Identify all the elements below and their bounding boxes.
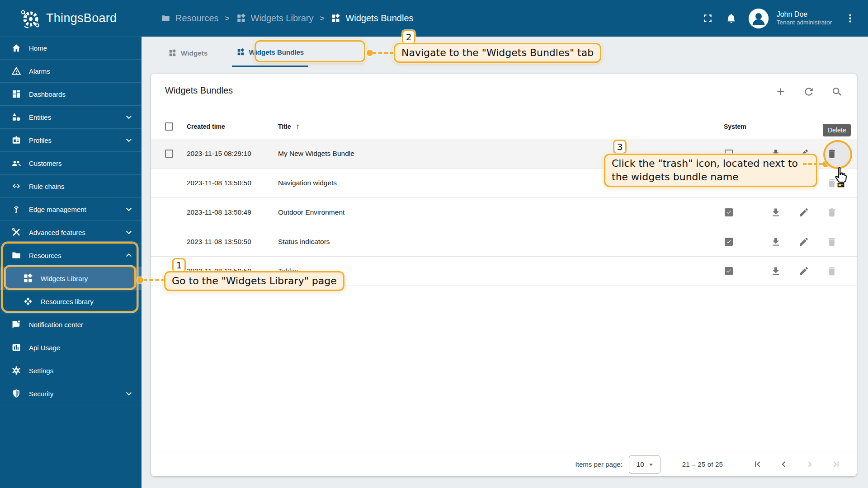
table-row[interactable]: 2023-11-08 13:50:50Status indicators [151,227,857,257]
row-action-cell [818,232,846,252]
pagination-range: 21 – 25 of 25 [682,460,723,468]
widgets-icon [168,49,177,57]
breadcrumb-label: Widgets Bundles [345,13,413,23]
kebab-icon [844,13,856,24]
sidebar-item-security[interactable]: Security [0,382,142,405]
customers-icon [11,158,22,169]
caret-down-icon [646,460,656,469]
chevron-down-icon [123,227,134,238]
sidebar-item-settings[interactable]: Settings [0,359,142,382]
row-system-cell [721,238,762,246]
previous-page-button[interactable] [774,455,793,474]
add-button[interactable] [771,82,791,102]
sidebar-item-label: Profiles [29,136,52,144]
sidebar-item-api-usage[interactable]: Api Usage [0,336,142,359]
table-footer: Items per page: 10 21 – 25 of 25 [151,452,857,476]
sidebar-item-label: Notification center [29,321,83,328]
annotation-step-text-3: Click the "trash" icon, located next to … [604,154,817,187]
refresh-button[interactable] [799,82,819,102]
sort-ascending-icon [294,123,302,131]
sidebar-item-entities[interactable]: Entities [0,106,142,129]
row-action-cell [790,202,818,222]
breadcrumb-label: Resources [175,13,219,23]
sidebar-item-profiles[interactable]: Profiles [0,129,142,152]
thingsboard-logo-icon [20,8,41,29]
breadcrumb-item-widgets-bundles[interactable]: Widgets Bundles [330,13,413,23]
app-title: ThingsBoard [46,11,117,25]
select-all-checkbox[interactable] [165,122,173,131]
annotation-step-text-2: Navigate to the "Widgets Bundles" tab [394,43,601,63]
export-bundle-button[interactable] [766,232,786,252]
more-menu-button[interactable] [840,9,860,28]
export-bundle-button[interactable] [766,261,786,281]
check-icon [726,268,732,274]
avatar[interactable] [749,9,769,28]
sidebar-item-label: Entities [29,113,51,121]
items-per-page-label: Items per page: [576,460,623,468]
edit-bundle-button[interactable] [794,202,814,222]
row-checkbox[interactable] [165,150,173,158]
widgets-icon [330,13,341,23]
row-action-cell [790,261,818,281]
cursor-pointer-icon [832,166,850,191]
row-created-time: 2023-11-08 13:50:50 [182,179,272,187]
sidebar-item-label: Dashboards [29,90,66,98]
annotation-circle-trash [823,140,852,169]
edit-pencil-icon [798,236,809,247]
column-header-title[interactable]: Title [272,123,721,131]
download-icon [770,207,781,218]
row-action-cell [762,202,790,222]
logo[interactable]: ThingsBoard [0,0,142,37]
annotation-step-text-1: Go to the "Widgets Library" page [164,271,344,291]
sidebar-item-label: Alarms [29,67,50,75]
items-per-page-select[interactable]: 10 [629,455,660,474]
sidebar-item-notification-center[interactable]: Notification center [0,313,142,336]
chevron-down-icon [123,204,134,215]
sidebar-item-advanced-features[interactable]: Advanced features [0,221,142,244]
last-page-button [826,455,846,474]
sidebar-item-label: Rule chains [29,183,64,190]
tab-widgets[interactable]: Widgets [164,39,212,67]
edit-bundle-button[interactable] [794,261,814,281]
row-system-cell [721,267,762,275]
check-icon [726,239,732,245]
sidebar-item-customers[interactable]: Customers [0,152,142,175]
sidebar-item-alarms[interactable]: Alarms [0,60,142,83]
rule-chains-icon [11,181,22,192]
delete-tooltip: Delete [823,124,851,136]
sidebar-item-dashboards[interactable]: Dashboards [0,83,142,106]
row-title: Outdoor Environment [272,208,721,216]
avatar-person-icon [749,9,769,28]
user-role: Tenant administrator [777,19,832,27]
edit-bundle-button[interactable] [794,232,814,252]
system-checkbox [725,238,733,246]
row-system-cell [721,208,762,216]
breadcrumb-item-resources[interactable]: Resources [160,13,219,23]
breadcrumb-item-widgets-library[interactable]: Widgets Library [236,13,314,23]
annotation-connector-3 [803,163,823,165]
bell-icon [726,13,737,24]
sidebar-item-rule-chains[interactable]: Rule chains [0,175,142,198]
settings-icon [11,365,22,376]
user-name: John Doe [777,10,832,19]
annotation-connector-1 [143,279,165,281]
breadcrumb-separator: > [320,14,324,23]
column-header-system: System [721,123,762,130]
fullscreen-button[interactable] [698,9,718,28]
notifications-button[interactable] [722,9,741,28]
delete-bundle-button [822,232,842,252]
first-page-button[interactable] [747,455,767,474]
sidebar-item-edge-management[interactable]: Edge management [0,198,142,221]
table-row[interactable]: 2023-11-08 13:50:49Outdoor Environment [151,198,857,227]
chevron-down-icon [123,388,134,399]
export-bundle-button[interactable] [766,202,786,222]
chevron-down-icon [123,112,134,122]
edit-pencil-icon [798,266,809,277]
sidebar-item-label: Api Usage [29,344,60,352]
search-button[interactable] [827,82,847,102]
system-checkbox [725,267,733,275]
delete-bundle-button [822,261,842,281]
column-header-created-time[interactable]: Created time [182,123,272,130]
sidebar-item-home[interactable]: Home [0,37,142,60]
annotation-outline-widgets-bundles-tab [255,40,365,62]
